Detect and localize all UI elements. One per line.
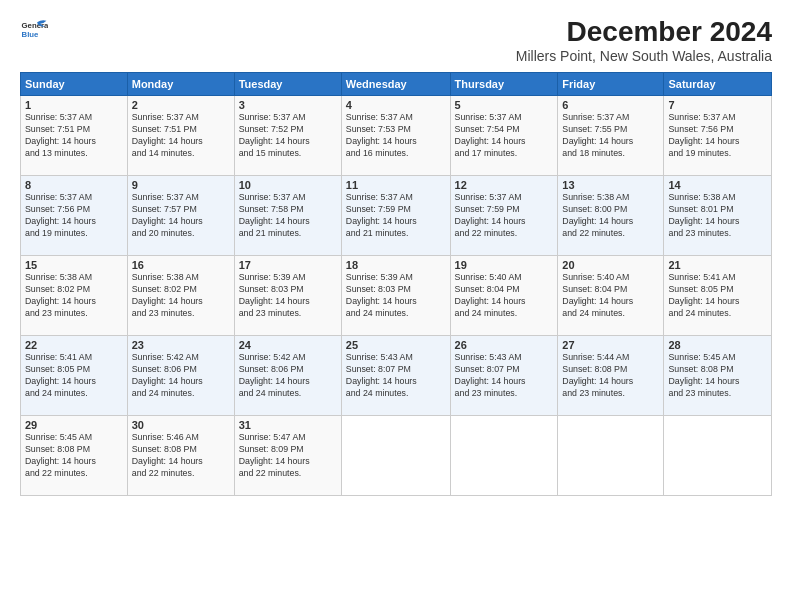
day-number: 5 (455, 99, 554, 111)
day-detail: Sunrise: 5:38 AMSunset: 8:00 PMDaylight:… (562, 192, 659, 240)
day-detail: Sunrise: 5:38 AMSunset: 8:01 PMDaylight:… (668, 192, 767, 240)
day-number: 28 (668, 339, 767, 351)
week-row-4: 22Sunrise: 5:41 AMSunset: 8:05 PMDayligh… (21, 336, 772, 416)
week-row-3: 15Sunrise: 5:38 AMSunset: 8:02 PMDayligh… (21, 256, 772, 336)
day-detail: Sunrise: 5:37 AMSunset: 7:52 PMDaylight:… (239, 112, 337, 160)
table-row: 18Sunrise: 5:39 AMSunset: 8:03 PMDayligh… (341, 256, 450, 336)
table-row: 8Sunrise: 5:37 AMSunset: 7:56 PMDaylight… (21, 176, 128, 256)
day-number: 14 (668, 179, 767, 191)
day-number: 11 (346, 179, 446, 191)
day-detail: Sunrise: 5:42 AMSunset: 8:06 PMDaylight:… (132, 352, 230, 400)
table-row (558, 416, 664, 496)
title-block: December 2024 Millers Point, New South W… (516, 16, 772, 64)
day-number: 25 (346, 339, 446, 351)
day-number: 30 (132, 419, 230, 431)
day-number: 16 (132, 259, 230, 271)
day-detail: Sunrise: 5:43 AMSunset: 8:07 PMDaylight:… (455, 352, 554, 400)
table-row: 30Sunrise: 5:46 AMSunset: 8:08 PMDayligh… (127, 416, 234, 496)
day-number: 3 (239, 99, 337, 111)
table-row (450, 416, 558, 496)
table-row: 7Sunrise: 5:37 AMSunset: 7:56 PMDaylight… (664, 96, 772, 176)
table-row: 31Sunrise: 5:47 AMSunset: 8:09 PMDayligh… (234, 416, 341, 496)
day-detail: Sunrise: 5:43 AMSunset: 8:07 PMDaylight:… (346, 352, 446, 400)
col-saturday: Saturday (664, 73, 772, 96)
day-detail: Sunrise: 5:38 AMSunset: 8:02 PMDaylight:… (132, 272, 230, 320)
day-detail: Sunrise: 5:39 AMSunset: 8:03 PMDaylight:… (346, 272, 446, 320)
day-detail: Sunrise: 5:37 AMSunset: 7:59 PMDaylight:… (455, 192, 554, 240)
day-detail: Sunrise: 5:44 AMSunset: 8:08 PMDaylight:… (562, 352, 659, 400)
day-number: 24 (239, 339, 337, 351)
day-detail: Sunrise: 5:37 AMSunset: 7:55 PMDaylight:… (562, 112, 659, 160)
day-number: 4 (346, 99, 446, 111)
table-row: 19Sunrise: 5:40 AMSunset: 8:04 PMDayligh… (450, 256, 558, 336)
table-row: 5Sunrise: 5:37 AMSunset: 7:54 PMDaylight… (450, 96, 558, 176)
day-detail: Sunrise: 5:37 AMSunset: 7:51 PMDaylight:… (25, 112, 123, 160)
day-detail: Sunrise: 5:37 AMSunset: 7:54 PMDaylight:… (455, 112, 554, 160)
calendar-table: Sunday Monday Tuesday Wednesday Thursday… (20, 72, 772, 496)
table-row: 13Sunrise: 5:38 AMSunset: 8:00 PMDayligh… (558, 176, 664, 256)
day-detail: Sunrise: 5:37 AMSunset: 7:56 PMDaylight:… (668, 112, 767, 160)
table-row (341, 416, 450, 496)
header-row: Sunday Monday Tuesday Wednesday Thursday… (21, 73, 772, 96)
table-row: 9Sunrise: 5:37 AMSunset: 7:57 PMDaylight… (127, 176, 234, 256)
day-detail: Sunrise: 5:37 AMSunset: 7:59 PMDaylight:… (346, 192, 446, 240)
logo: General Blue (20, 16, 48, 44)
svg-text:Blue: Blue (22, 30, 40, 39)
logo-icon: General Blue (20, 16, 48, 44)
day-number: 19 (455, 259, 554, 271)
day-detail: Sunrise: 5:37 AMSunset: 7:56 PMDaylight:… (25, 192, 123, 240)
day-number: 17 (239, 259, 337, 271)
day-number: 15 (25, 259, 123, 271)
day-detail: Sunrise: 5:40 AMSunset: 8:04 PMDaylight:… (562, 272, 659, 320)
day-detail: Sunrise: 5:46 AMSunset: 8:08 PMDaylight:… (132, 432, 230, 480)
table-row: 26Sunrise: 5:43 AMSunset: 8:07 PMDayligh… (450, 336, 558, 416)
day-detail: Sunrise: 5:37 AMSunset: 7:51 PMDaylight:… (132, 112, 230, 160)
table-row: 1Sunrise: 5:37 AMSunset: 7:51 PMDaylight… (21, 96, 128, 176)
main-title: December 2024 (516, 16, 772, 48)
table-row: 10Sunrise: 5:37 AMSunset: 7:58 PMDayligh… (234, 176, 341, 256)
day-number: 27 (562, 339, 659, 351)
day-number: 1 (25, 99, 123, 111)
day-detail: Sunrise: 5:42 AMSunset: 8:06 PMDaylight:… (239, 352, 337, 400)
day-detail: Sunrise: 5:41 AMSunset: 8:05 PMDaylight:… (668, 272, 767, 320)
week-row-2: 8Sunrise: 5:37 AMSunset: 7:56 PMDaylight… (21, 176, 772, 256)
day-number: 21 (668, 259, 767, 271)
table-row: 14Sunrise: 5:38 AMSunset: 8:01 PMDayligh… (664, 176, 772, 256)
table-row: 27Sunrise: 5:44 AMSunset: 8:08 PMDayligh… (558, 336, 664, 416)
table-row: 12Sunrise: 5:37 AMSunset: 7:59 PMDayligh… (450, 176, 558, 256)
table-row (664, 416, 772, 496)
day-number: 7 (668, 99, 767, 111)
table-row: 17Sunrise: 5:39 AMSunset: 8:03 PMDayligh… (234, 256, 341, 336)
day-number: 10 (239, 179, 337, 191)
subtitle: Millers Point, New South Wales, Australi… (516, 48, 772, 64)
day-detail: Sunrise: 5:45 AMSunset: 8:08 PMDaylight:… (668, 352, 767, 400)
table-row: 28Sunrise: 5:45 AMSunset: 8:08 PMDayligh… (664, 336, 772, 416)
table-row: 16Sunrise: 5:38 AMSunset: 8:02 PMDayligh… (127, 256, 234, 336)
day-number: 2 (132, 99, 230, 111)
day-detail: Sunrise: 5:37 AMSunset: 7:53 PMDaylight:… (346, 112, 446, 160)
table-row: 20Sunrise: 5:40 AMSunset: 8:04 PMDayligh… (558, 256, 664, 336)
day-detail: Sunrise: 5:38 AMSunset: 8:02 PMDaylight:… (25, 272, 123, 320)
day-number: 26 (455, 339, 554, 351)
week-row-5: 29Sunrise: 5:45 AMSunset: 8:08 PMDayligh… (21, 416, 772, 496)
col-monday: Monday (127, 73, 234, 96)
header: General Blue December 2024 Millers Point… (20, 16, 772, 64)
table-row: 11Sunrise: 5:37 AMSunset: 7:59 PMDayligh… (341, 176, 450, 256)
day-number: 22 (25, 339, 123, 351)
table-row: 24Sunrise: 5:42 AMSunset: 8:06 PMDayligh… (234, 336, 341, 416)
table-row: 4Sunrise: 5:37 AMSunset: 7:53 PMDaylight… (341, 96, 450, 176)
day-detail: Sunrise: 5:37 AMSunset: 7:58 PMDaylight:… (239, 192, 337, 240)
page: General Blue December 2024 Millers Point… (0, 0, 792, 612)
day-detail: Sunrise: 5:40 AMSunset: 8:04 PMDaylight:… (455, 272, 554, 320)
day-number: 18 (346, 259, 446, 271)
day-number: 31 (239, 419, 337, 431)
table-row: 22Sunrise: 5:41 AMSunset: 8:05 PMDayligh… (21, 336, 128, 416)
col-sunday: Sunday (21, 73, 128, 96)
day-detail: Sunrise: 5:41 AMSunset: 8:05 PMDaylight:… (25, 352, 123, 400)
table-row: 3Sunrise: 5:37 AMSunset: 7:52 PMDaylight… (234, 96, 341, 176)
day-detail: Sunrise: 5:37 AMSunset: 7:57 PMDaylight:… (132, 192, 230, 240)
day-number: 9 (132, 179, 230, 191)
day-number: 8 (25, 179, 123, 191)
col-tuesday: Tuesday (234, 73, 341, 96)
day-detail: Sunrise: 5:39 AMSunset: 8:03 PMDaylight:… (239, 272, 337, 320)
